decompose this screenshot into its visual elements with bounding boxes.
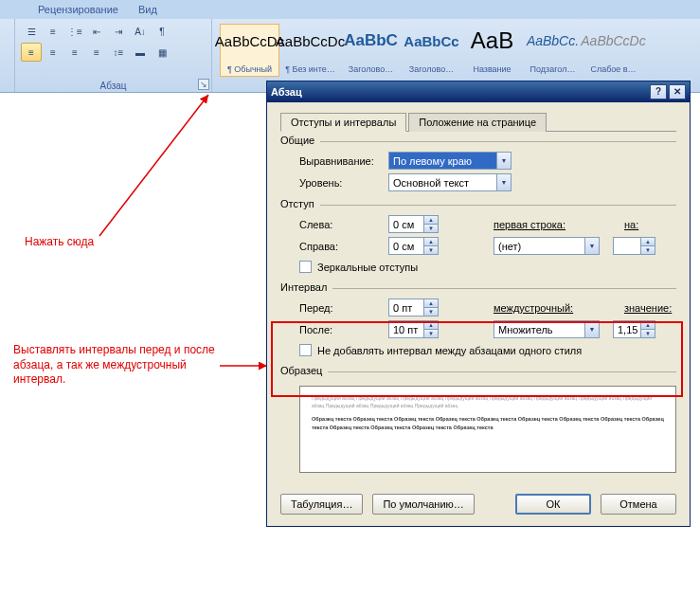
after-spinner[interactable]: 10 пт ▲▼	[388, 320, 439, 338]
help-button[interactable]: ?	[650, 84, 667, 100]
group-preview: Образец Предыдущий абзац Предыдущий абза…	[280, 371, 676, 486]
style-item-5[interactable]: AaBbCc.Подзагол…	[523, 24, 583, 77]
first-line-value: (нет)	[494, 238, 584, 254]
tab-position[interactable]: Положение на странице	[408, 113, 547, 132]
ribbon-group-paragraph: ☰ ≡ ⋮≡ ⇤ ⇥ A↓ ¶ ≡ ≡ ≡ ≡ ↕≡ ▬ ▦ Абзац ↘	[15, 19, 212, 92]
style-preview: AaBbCc	[404, 27, 458, 55]
before-label: Перед:	[299, 302, 385, 314]
line-spacing-label: междустрочный:	[494, 302, 588, 314]
style-item-3[interactable]: AaBbCcЗаголово…	[402, 24, 461, 77]
style-name: ¶ Обычный	[223, 64, 277, 74]
left-value: 0 см	[389, 216, 423, 232]
before-value: 0 пт	[389, 299, 423, 316]
paragraph-dialog-launcher[interactable]: ↘	[198, 79, 209, 90]
legend-spacing: Интервал	[280, 281, 332, 293]
right-label: Справа:	[299, 241, 385, 252]
left-spinner[interactable]: 0 см ▲▼	[388, 215, 439, 233]
alignment-value: По левому краю	[389, 153, 496, 169]
style-item-4[interactable]: AaBНазвание	[462, 24, 522, 77]
line-spacing-button[interactable]: ↕≡	[108, 43, 129, 62]
after-label: После:	[299, 324, 385, 335]
on-label: на:	[624, 219, 638, 230]
bullets-button[interactable]: ☰	[21, 22, 42, 41]
increase-indent-button[interactable]: ⇥	[108, 22, 129, 41]
style-gallery: AaBbCcDc¶ ОбычныйAaBbCcDc¶ Без инте…AaBb…	[218, 22, 694, 79]
sort-button[interactable]: A↓	[130, 22, 151, 41]
borders-button[interactable]: ▦	[152, 43, 172, 62]
style-preview: AaBbCcDc	[223, 27, 277, 55]
align-justify-button[interactable]: ≡	[86, 43, 107, 62]
default-button[interactable]: По умолчанию…	[372, 494, 474, 515]
decrease-indent-button[interactable]: ⇤	[86, 22, 107, 41]
chevron-down-icon: ▼	[496, 174, 511, 190]
line-spacing-combo[interactable]: Множитель ▼	[494, 320, 600, 338]
alignment-combo[interactable]: По левому краю ▼	[388, 152, 512, 170]
style-item-2[interactable]: AaBbCЗаголово…	[341, 24, 401, 77]
before-spinner[interactable]: 0 пт ▲▼	[388, 298, 439, 317]
tab-view[interactable]: Вид	[138, 4, 157, 15]
shading-button[interactable]: ▬	[130, 43, 151, 62]
cancel-button[interactable]: Отмена	[601, 494, 676, 515]
numbering-button[interactable]: ≡	[43, 22, 63, 41]
dialog-title: Абзац	[271, 86, 302, 98]
ok-button[interactable]: ОК	[515, 494, 591, 515]
on-spinner[interactable]: ▲▼	[613, 237, 655, 255]
after-value: 10 пт	[389, 321, 423, 337]
line-spacing-value: Множитель	[494, 321, 584, 337]
value-spinner[interactable]: 1,15 ▲▼	[613, 320, 655, 338]
style-name: Подзагол…	[526, 64, 580, 74]
mirror-checkbox[interactable]	[299, 261, 312, 273]
style-item-6[interactable]: AaBbCcDcСлабое в…	[583, 24, 643, 77]
style-preview: AaBbC	[344, 27, 398, 55]
multilevel-button[interactable]: ⋮≡	[64, 22, 85, 41]
show-marks-button[interactable]: ¶	[152, 22, 172, 41]
style-name: Название	[465, 64, 519, 74]
chevron-down-icon: ▼	[584, 321, 599, 337]
style-name: Заголово…	[404, 64, 458, 74]
mirror-label: Зеркальные отступы	[317, 262, 418, 273]
level-value: Основной текст	[389, 174, 496, 190]
first-line-label: первая строка:	[494, 219, 588, 230]
style-preview: AaB	[465, 27, 519, 55]
right-spinner[interactable]: 0 см ▲▼	[388, 237, 439, 255]
paragraph-dialog: Абзац ? ✕ Отступы и интервалы Положение …	[266, 81, 691, 527]
first-line-combo[interactable]: (нет) ▼	[494, 237, 600, 255]
style-item-1[interactable]: AaBbCcDc¶ Без инте…	[280, 24, 340, 77]
tabs-button[interactable]: Табуляция…	[280, 494, 363, 515]
align-right-button[interactable]: ≡	[64, 43, 85, 62]
chevron-down-icon: ▼	[496, 153, 511, 169]
alignment-label: Выравнивание:	[299, 155, 385, 167]
legend-general: Общие	[280, 135, 320, 146]
preview-box: Предыдущий абзац Предыдущий абзац Предыд…	[299, 386, 676, 473]
align-center-button[interactable]: ≡	[43, 43, 63, 62]
style-preview: AaBbCc.	[526, 27, 580, 55]
group-spacing: Интервал Перед: 0 пт ▲▼ междустрочный: з…	[280, 288, 676, 364]
value-value: 1,15	[614, 321, 640, 337]
level-combo[interactable]: Основной текст ▼	[388, 173, 512, 191]
group-label-paragraph: Абзац	[15, 81, 211, 91]
style-name: Заголово…	[344, 64, 398, 74]
style-name: Слабое в…	[586, 64, 640, 74]
ribbon-group-prev	[0, 19, 15, 92]
style-item-0[interactable]: AaBbCcDc¶ Обычный	[220, 24, 279, 77]
dialog-tabs: Отступы и интервалы Положение на страниц…	[280, 112, 676, 132]
tab-indent-spacing[interactable]: Отступы и интервалы	[280, 113, 406, 132]
left-label: Слева:	[299, 219, 385, 230]
chevron-down-icon: ▼	[584, 238, 599, 254]
group-indent: Отступ Слева: 0 см ▲▼ первая строка: на:…	[280, 205, 676, 280]
no-space-checkbox[interactable]	[299, 344, 312, 356]
group-general: Общие Выравнивание: По левому краю ▼ Уро…	[280, 141, 676, 197]
tab-review[interactable]: Рецензирование	[38, 4, 118, 15]
style-name: ¶ Без инте…	[283, 64, 337, 74]
align-left-button[interactable]: ≡	[21, 43, 42, 62]
ribbon-tabs: Рецензирование Вид	[0, 0, 700, 19]
annotation-intervals: Выставлять интервалы перед и после абзац…	[13, 343, 222, 388]
right-value: 0 см	[389, 238, 423, 254]
dialog-titlebar[interactable]: Абзац ? ✕	[267, 81, 690, 102]
no-space-label: Не добавлять интервал между абзацами одн…	[317, 345, 582, 356]
annotation-click-here: Нажать сюда	[25, 235, 94, 250]
legend-indent: Отступ	[280, 198, 320, 209]
legend-preview: Образец	[280, 365, 328, 376]
close-button[interactable]: ✕	[669, 84, 686, 100]
on-value	[614, 238, 640, 254]
